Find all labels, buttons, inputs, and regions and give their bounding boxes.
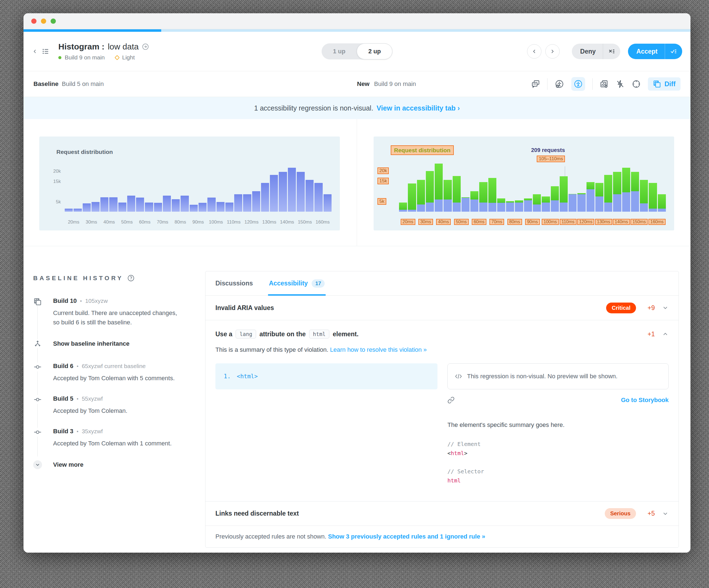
view-mode-toggle: 1 up 2 up [322, 44, 392, 59]
chart-title-highlighted: Request distribution [391, 147, 454, 153]
zap-off-icon[interactable] [616, 80, 625, 88]
diff-histogram-bar [640, 180, 648, 212]
chevron-up-icon[interactable] [662, 331, 668, 337]
resolve-violation-link[interactable]: Learn how to resolve this violation » [330, 346, 427, 353]
story-list-icon[interactable] [42, 48, 50, 55]
diff-histogram-bar [658, 194, 666, 212]
diff-toggle-button[interactable]: Diff [648, 77, 681, 91]
accessibility-off-icon[interactable] [555, 79, 564, 89]
minimize-window-button[interactable] [41, 19, 46, 24]
expanded-rule-header[interactable]: Use a lang attribute on the html element… [215, 330, 668, 338]
x-axis-label: 110ms [559, 219, 577, 225]
histogram-bar [163, 196, 171, 212]
accept-button[interactable]: Accept [628, 48, 665, 55]
rule-count: +5 [642, 510, 655, 517]
diff-histogram-bar [435, 164, 443, 212]
deny-batch-icon[interactable] [603, 48, 620, 55]
toolbar-divider [592, 78, 593, 90]
rule-row-invalid-aria[interactable]: Invalid ARIA values Critical +9 [206, 296, 679, 320]
tab-accessibility[interactable]: Accessibility 17 [269, 271, 325, 296]
x-axis-label: 130ms [595, 219, 612, 225]
x-axis-label: 20ms [399, 219, 417, 225]
history-item-view-more: View more [33, 460, 202, 469]
close-window-button[interactable] [31, 19, 36, 24]
commit-icon [33, 428, 42, 437]
accessibility-on-icon[interactable] [571, 77, 585, 91]
view-more-link[interactable]: View more [53, 461, 83, 468]
y-axis-label: 15k [39, 179, 61, 184]
chevron-down-icon[interactable] [662, 510, 668, 517]
baseline-label: Baseline [33, 80, 59, 88]
one-up-toggle[interactable]: 1 up [322, 44, 357, 59]
build-hash: 65xyzwf current baseline [82, 363, 146, 369]
x-axis-label: 100ms [542, 219, 559, 225]
open-story-arrow-icon[interactable] [142, 43, 149, 50]
new-value: Build 9 on main [374, 80, 416, 87]
selector-comment: // Selector [447, 467, 668, 476]
theme-label: Light [122, 54, 135, 61]
histogram-bar [65, 208, 73, 212]
zoom-window-button[interactable] [51, 19, 56, 24]
diff-chart: Request distribution 209 requests 105–11… [374, 137, 674, 230]
diff-histogram-bar [622, 168, 630, 212]
x-axis-label: 70ms [488, 219, 506, 225]
diff-histogram-bar [613, 172, 621, 212]
y-axis-label: 5k [377, 198, 386, 205]
diff-histogram-bar [515, 200, 523, 212]
x-axis-label: 120ms [577, 219, 595, 225]
histogram-bar [234, 194, 242, 212]
build-description: Accepted by Tom Coleman with 1 comment. [53, 439, 172, 448]
x-axis-label: 160ms [314, 219, 332, 225]
story-header: Histogram : low data Build 9 on main Lig… [24, 32, 690, 71]
focus-target-icon[interactable] [632, 80, 641, 88]
build-description: Accepted by Tom Coleman. [53, 406, 128, 416]
histogram-bar [181, 196, 189, 212]
x-axis-label: 140ms [612, 219, 630, 225]
build-description: Current build. There are unaccepted chan… [53, 308, 178, 327]
chevron-down-icon[interactable] [662, 305, 668, 311]
y-axis-label: 20k [377, 167, 389, 174]
histogram-bar [323, 194, 332, 212]
tab-discussions[interactable]: Discussions [215, 271, 253, 296]
violation-code-block[interactable]: 1. <html> [215, 363, 438, 389]
show-baseline-inheritance-link[interactable]: Show baseline inheritance [53, 340, 129, 347]
two-up-toggle[interactable]: 2 up [357, 44, 392, 59]
deny-button[interactable]: Deny [572, 48, 603, 55]
histogram-bar [154, 203, 162, 212]
story-name: low data [108, 42, 139, 51]
help-icon[interactable] [127, 274, 135, 282]
copy-link-icon[interactable] [447, 396, 454, 404]
chart-tooltip: 209 requests 105–110ms [473, 147, 565, 162]
snapshot-diff-off-icon[interactable] [600, 80, 609, 88]
histogram-bar [190, 205, 198, 212]
build-title: Build 3 [53, 428, 73, 435]
non-visual-note: This regression is non-visual. No previe… [467, 373, 618, 380]
back-icon[interactable] [32, 48, 38, 54]
rule-row-links-discernable[interactable]: Links need discernable text Serious +5 [206, 501, 679, 526]
code-line-content: <html> [237, 373, 258, 380]
next-change-button[interactable] [545, 44, 560, 59]
show-accepted-rules-link[interactable]: Show 3 previously accepted rules and 1 i… [328, 533, 485, 540]
build-title: Build 10 [53, 297, 77, 305]
x-axis-label: 90ms [523, 219, 541, 225]
discussions-icon[interactable] [531, 80, 540, 88]
theme-diamond-icon [114, 55, 120, 60]
commit-icon [33, 395, 42, 404]
diff-histogram-bar [560, 176, 568, 212]
diff-histogram-bar [577, 193, 585, 212]
diff-histogram-bar [595, 183, 603, 212]
history-item-build-6: Build 6 • 65xyzwf current baseline Accep… [33, 363, 202, 383]
histogram-bar [270, 175, 278, 212]
histogram-bar [279, 172, 287, 212]
view-accessibility-tab-link[interactable]: View in accessibility tab › [377, 104, 460, 112]
compare-bar: Baseline Build 5 on main New Build 9 on … [24, 71, 690, 97]
accessibility-count-badge: 17 [312, 279, 325, 288]
code-line-number: 1. [224, 373, 231, 380]
chevron-down-circle-icon[interactable] [33, 460, 42, 469]
build-progress-bar [24, 29, 690, 32]
x-axis-label: 100ms [207, 219, 225, 225]
accept-batch-icon[interactable] [665, 48, 682, 55]
previous-change-button[interactable] [527, 44, 542, 59]
diff-histogram-bar [631, 172, 639, 212]
go-to-storybook-link[interactable]: Go to Storybook [621, 396, 668, 404]
